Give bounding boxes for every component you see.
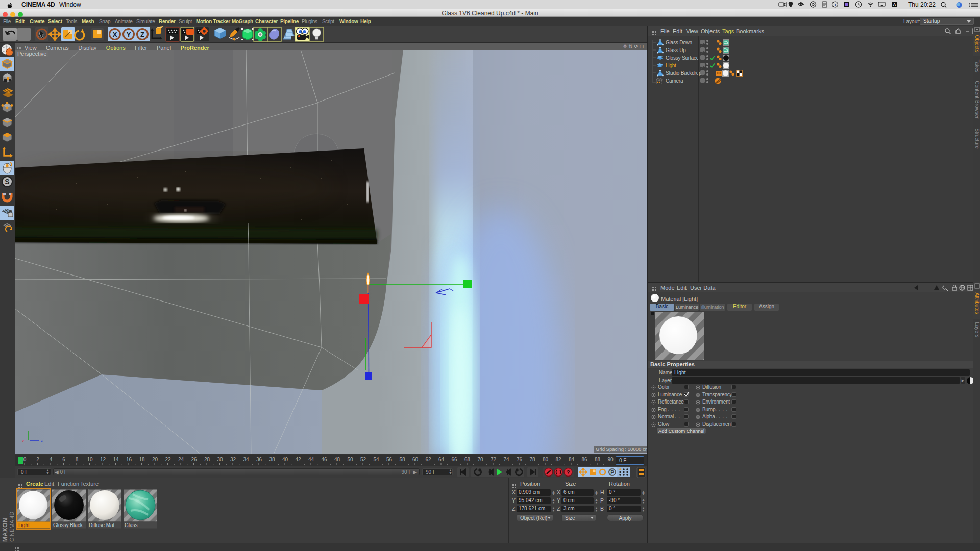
- svg-text:Y: Y: [127, 31, 131, 38]
- svg-text:78: 78: [529, 457, 535, 462]
- svg-text:0: 0: [23, 457, 27, 462]
- svg-text:12: 12: [100, 457, 106, 462]
- svg-text:Glass: Glass: [125, 522, 138, 528]
- svg-text:42: 42: [295, 457, 301, 462]
- svg-text:26: 26: [191, 457, 197, 462]
- svg-text:84: 84: [569, 457, 575, 462]
- svg-text:P: P: [610, 470, 614, 475]
- svg-text:?: ?: [567, 469, 570, 475]
- svg-text:MAXON: MAXON: [2, 518, 9, 542]
- svg-text:30: 30: [217, 457, 223, 462]
- svg-text:40: 40: [282, 457, 288, 462]
- svg-text:60: 60: [412, 457, 419, 462]
- svg-text:38: 38: [269, 457, 275, 462]
- svg-text:50: 50: [347, 457, 353, 462]
- svg-text:i: i: [835, 3, 836, 7]
- svg-text:10: 10: [87, 457, 93, 462]
- svg-text:36: 36: [256, 457, 262, 462]
- svg-text:28: 28: [204, 457, 210, 462]
- svg-text:16: 16: [126, 457, 132, 462]
- svg-text:z: z: [41, 438, 43, 443]
- svg-text:80: 80: [543, 457, 549, 462]
- svg-text:46: 46: [321, 457, 327, 462]
- svg-text:54: 54: [373, 457, 379, 462]
- svg-text:88: 88: [595, 457, 601, 462]
- svg-text:4: 4: [50, 457, 53, 462]
- svg-text:22: 22: [165, 457, 171, 462]
- svg-text:90: 90: [607, 457, 614, 462]
- svg-text:76: 76: [517, 457, 523, 462]
- svg-text:66: 66: [451, 457, 457, 462]
- svg-text:18: 18: [139, 457, 145, 462]
- svg-text:Diffuse Mat: Diffuse Mat: [89, 522, 115, 528]
- svg-text:68: 68: [464, 457, 471, 462]
- svg-text:34: 34: [243, 457, 249, 462]
- svg-text:24: 24: [178, 457, 184, 462]
- svg-text:48: 48: [334, 457, 340, 462]
- svg-text:56: 56: [386, 457, 393, 462]
- svg-text:74: 74: [503, 457, 509, 462]
- svg-text:2: 2: [36, 457, 39, 462]
- svg-text:82: 82: [555, 457, 561, 462]
- svg-text:72: 72: [491, 457, 497, 462]
- svg-text:86: 86: [581, 457, 587, 462]
- svg-text:CINEMA 4D: CINEMA 4D: [9, 512, 15, 542]
- svg-text:A: A: [893, 2, 896, 7]
- svg-text:6: 6: [62, 457, 65, 462]
- svg-text:Glossy Black: Glossy Black: [53, 522, 83, 528]
- svg-text:20: 20: [152, 457, 158, 462]
- svg-text:8: 8: [76, 457, 79, 462]
- svg-text:52: 52: [360, 457, 366, 462]
- svg-text:Light: Light: [18, 522, 30, 528]
- svg-text:62: 62: [425, 457, 431, 462]
- svg-text:70: 70: [477, 457, 483, 462]
- svg-text:32: 32: [230, 457, 236, 462]
- svg-text:Z: Z: [140, 31, 144, 38]
- svg-text:x: x: [22, 439, 24, 443]
- svg-text:X: X: [113, 31, 117, 38]
- svg-text:14: 14: [113, 457, 119, 462]
- svg-text:44: 44: [308, 457, 314, 462]
- svg-text:58: 58: [399, 457, 405, 462]
- svg-text:64: 64: [438, 457, 445, 462]
- svg-text:S: S: [5, 178, 9, 186]
